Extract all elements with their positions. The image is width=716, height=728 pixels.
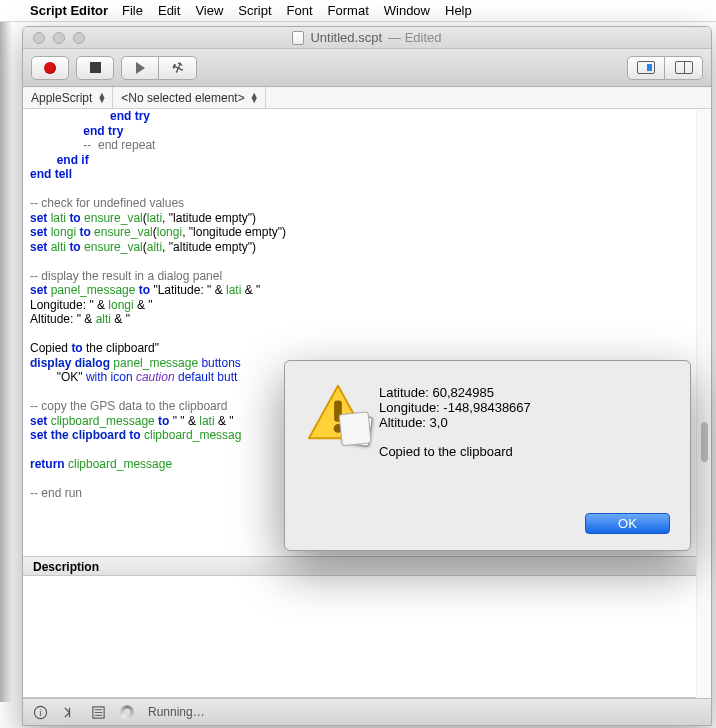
svg-text:i: i [39, 708, 42, 718]
dialog-line-4: Copied to the clipboard [379, 444, 670, 459]
document-proxy-icon[interactable] [292, 31, 304, 45]
accessory-info-icon[interactable]: i [33, 705, 48, 720]
menu-font[interactable]: Font [287, 3, 313, 18]
view-split-icon [675, 61, 693, 74]
stop-icon [90, 62, 101, 73]
document-name: Untitled.scpt [310, 30, 382, 45]
menu-edit[interactable]: Edit [158, 3, 180, 18]
edited-indicator: — Edited [388, 30, 441, 45]
record-button[interactable] [31, 56, 69, 80]
dialog-icon-area [307, 379, 379, 534]
play-icon [136, 62, 145, 74]
language-label: AppleScript [31, 91, 92, 105]
menu-view[interactable]: View [195, 3, 223, 18]
scrollbar-thumb[interactable] [701, 422, 708, 462]
accessory-log-icon[interactable] [91, 705, 106, 720]
compile-button[interactable]: ⚒ [159, 56, 197, 80]
dropdown-arrows-icon: ▲▼ [97, 93, 106, 103]
ok-button[interactable]: OK [585, 513, 670, 534]
view-full-button[interactable] [627, 56, 665, 80]
menu-script[interactable]: Script [238, 3, 271, 18]
background-shadow [0, 22, 12, 702]
toolbar: ⚒ [23, 49, 711, 87]
element-label: <No selected element> [121, 91, 244, 105]
view-split-button[interactable] [665, 56, 703, 80]
dialog-body: Latitude: 60,824985 Longitude: -148,9843… [379, 379, 670, 534]
caution-icon [307, 383, 369, 441]
window-titlebar[interactable]: Untitled.scpt — Edited [23, 27, 711, 49]
status-bar: i Running… [23, 698, 711, 725]
accessory-result-icon[interactable] [62, 705, 77, 720]
description-header[interactable]: Description [23, 556, 711, 576]
run-button[interactable] [121, 56, 159, 80]
dialog-line-3: Altitude: 3,0 [379, 415, 670, 430]
window-title: Untitled.scpt — Edited [23, 30, 711, 45]
status-text: Running… [148, 705, 205, 719]
stop-button[interactable] [76, 56, 114, 80]
dropdown-arrows-icon: ▲▼ [250, 93, 259, 103]
navigation-bar: AppleScript ▲▼ <No selected element> ▲▼ [23, 87, 711, 109]
menu-help[interactable]: Help [445, 3, 472, 18]
dialog-line-1: Latitude: 60,824985 [379, 385, 670, 400]
view-full-icon [637, 61, 655, 74]
menu-file[interactable]: File [122, 3, 143, 18]
script-badge-icon [341, 413, 373, 447]
language-selector[interactable]: AppleScript ▲▼ [23, 87, 113, 108]
active-app-name[interactable]: Script Editor [30, 3, 108, 18]
menu-window[interactable]: Window [384, 3, 430, 18]
dialog-line-2: Longitude: -148,98438667 [379, 400, 670, 415]
description-body[interactable] [23, 576, 711, 698]
hammer-icon: ⚒ [169, 58, 185, 76]
result-dialog: Latitude: 60,824985 Longitude: -148,9843… [284, 360, 691, 551]
element-selector[interactable]: <No selected element> ▲▼ [113, 87, 265, 108]
record-icon [44, 62, 56, 74]
system-menubar: Script Editor File Edit View Script Font… [0, 0, 716, 22]
spinner-icon [120, 705, 134, 719]
vertical-scrollbar[interactable] [696, 110, 711, 698]
menu-format[interactable]: Format [328, 3, 369, 18]
